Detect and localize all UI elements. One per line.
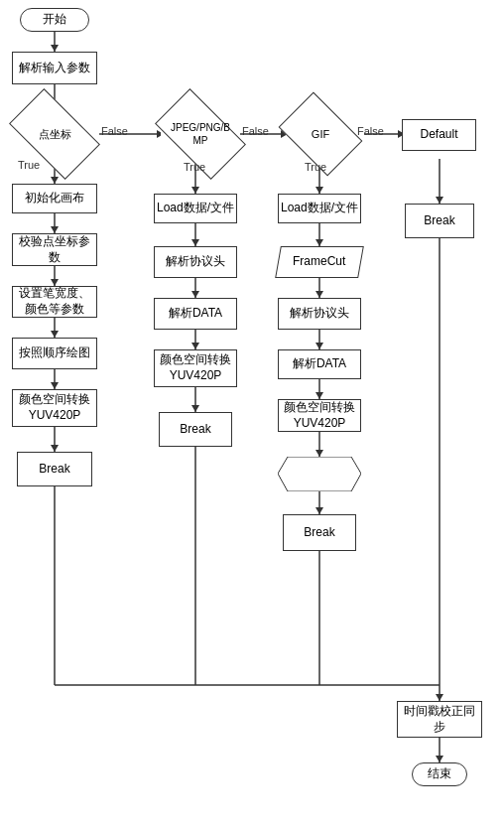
svg-marker-21 [51, 279, 59, 286]
start-node: 开始 [20, 8, 89, 32]
init-canvas-node: 初始化画布 [12, 184, 97, 213]
false2-label: False [242, 125, 269, 137]
svg-marker-29 [191, 239, 199, 246]
time-sync-node: 时间戳校正同 步 [397, 701, 482, 738]
draw-seq-node: 按照顺序绘图 [12, 338, 97, 369]
color-conv3-node: 颜色空间转换 YUV420P [278, 399, 361, 432]
parse-header-jpeg-node: 解析协议头 [154, 246, 237, 278]
end-node: 结束 [412, 762, 467, 786]
break1-node: Break [17, 452, 92, 486]
true3-label: True [305, 161, 326, 173]
svg-marker-17 [436, 197, 443, 204]
svg-marker-43 [315, 392, 323, 399]
break2-node: Break [159, 412, 232, 447]
true1-label: True [18, 159, 40, 171]
svg-marker-13 [315, 187, 323, 194]
hexagon-shape [278, 457, 361, 491]
svg-marker-31 [191, 291, 199, 298]
svg-marker-35 [191, 405, 199, 412]
svg-marker-41 [315, 343, 323, 349]
svg-marker-1 [51, 45, 59, 52]
parse-params-node: 解析输入参数 [12, 52, 97, 84]
flowchart: 开始 解析输入参数 点坐标 True False JPEG/PNG/B MP T… [0, 0, 504, 829]
svg-marker-57 [436, 756, 443, 762]
color-conv1-node: 颜色空间转换 YUV420P [12, 389, 97, 427]
break3-node: Break [283, 514, 356, 551]
break-default-node: Break [405, 204, 474, 238]
svg-marker-19 [51, 226, 59, 233]
svg-marker-25 [51, 382, 59, 389]
svg-marker-5 [51, 177, 59, 184]
svg-marker-45 [315, 450, 323, 457]
gif-node: GIF [286, 109, 355, 159]
svg-marker-23 [51, 331, 59, 338]
check-coord-node: 点坐标 [15, 109, 94, 159]
framecut-node: FrameCut [275, 246, 364, 278]
parse-data-gif-node: 解析DATA [278, 349, 361, 379]
svg-marker-58 [278, 457, 361, 491]
color-conv2-node: 颜色空间转换 YUV420P [154, 349, 237, 387]
parse-header-gif-node: 解析协议头 [278, 298, 361, 330]
load-jpeg-node: Load数据/文件 [154, 194, 237, 223]
set-pen-node: 设置笔宽度、 颜色等参数 [12, 286, 97, 318]
validate-coord-node: 校验点坐标参 数 [12, 233, 97, 266]
svg-marker-33 [191, 343, 199, 349]
load-gif-node: Load数据/文件 [278, 194, 361, 223]
parse-data-jpeg-node: 解析DATA [154, 298, 237, 330]
jpeg-node: JPEG/PNG/B MP [161, 109, 240, 159]
false1-label: False [101, 125, 128, 137]
svg-marker-27 [51, 445, 59, 452]
false3-label: False [357, 125, 384, 137]
svg-marker-55 [436, 694, 443, 701]
svg-marker-37 [315, 239, 323, 246]
svg-marker-39 [315, 291, 323, 298]
default-node: Default [402, 119, 476, 151]
true2-label: True [184, 161, 205, 173]
svg-marker-47 [315, 507, 323, 514]
svg-marker-9 [191, 187, 199, 194]
